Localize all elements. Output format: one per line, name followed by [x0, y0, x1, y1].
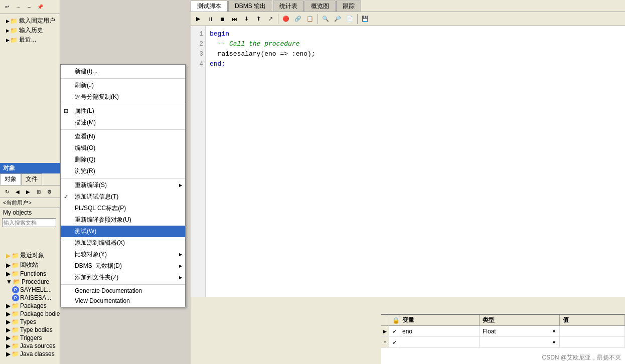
tree-item-recent-obj[interactable]: ▶ 📁 最近对象 — [0, 251, 60, 260]
menu-plsql-cc[interactable]: PL/SQL CC标志(P) — [61, 203, 185, 214]
expand-icon: ▶ — [6, 270, 11, 277]
save-btn[interactable]: 💾 — [360, 14, 371, 25]
comment-call: -- Call the procedure — [210, 40, 299, 48]
menu-recompile[interactable]: 重新编译(S) — [61, 179, 185, 191]
paste-btn[interactable]: 📄 — [344, 14, 355, 25]
tab-test-script[interactable]: 测试脚本 — [191, 1, 228, 12]
menu-test[interactable]: 测试(W) — [61, 226, 185, 237]
menu-recompile-ref[interactable]: 重新编译参照对象(U) — [61, 214, 185, 226]
tree-item-triggers[interactable]: ▶ 📁 Triggers — [0, 334, 60, 342]
tree-item-recent[interactable]: ▶ 📁 最近... — [0, 35, 60, 45]
row-check-2[interactable]: ✓ — [389, 337, 399, 347]
menu-dbms-meta[interactable]: DBMS_元数据(D) — [61, 260, 185, 272]
menu-add-debug[interactable]: ✓ 添加调试信息(T) — [61, 191, 185, 203]
search-btn[interactable]: 🔍 — [320, 14, 331, 25]
tree-item-sayhello[interactable]: P SAYHELL... — [0, 286, 60, 294]
watermark: CSDN @艾欧尼亚，昂扬不灭 — [542, 353, 621, 362]
tab-dbms-output[interactable]: DBMS 输出 — [228, 1, 272, 12]
tree-item-raisesalary[interactable]: P RAISESA... — [0, 294, 60, 302]
run-btn[interactable]: ▶ — [193, 14, 204, 25]
folder-icon10: 📁 — [12, 334, 19, 341]
search2-btn[interactable]: 🔎 — [332, 14, 343, 25]
breakpoints-btn[interactable]: 🔗 — [292, 14, 303, 25]
tree-item-packages[interactable]: ▶ 📁 Packages — [0, 302, 60, 310]
toolbar-minus-btn[interactable]: – — [24, 2, 34, 12]
stop-btn[interactable]: ⏹ — [217, 14, 228, 25]
menu-label: 编辑(O) — [75, 144, 95, 152]
copy-btn[interactable]: 📋 — [304, 14, 316, 25]
menu-refresh[interactable]: 刷新(J) — [61, 80, 185, 91]
tree-item-recycle[interactable]: ▶ 📁 回收站 — [0, 260, 60, 270]
search-input[interactable] — [2, 218, 56, 227]
row-var-2[interactable] — [399, 337, 480, 347]
menu-gen-doc[interactable]: Generate Documentation — [61, 286, 185, 296]
menu-sep2 — [61, 104, 185, 104]
tree-item-package-bodies[interactable]: ▶ 📁 Package bodies — [0, 310, 60, 318]
menu-describe[interactable]: 描述(M) — [61, 117, 185, 128]
refresh-btn[interactable]: ↻ — [2, 187, 12, 197]
menu-view-doc[interactable]: View Documentation — [61, 296, 185, 306]
tree-label: Java classes — [20, 350, 55, 357]
step-over-btn[interactable]: ⏭ — [229, 14, 240, 25]
toolbar-back-btn[interactable]: ↩ — [2, 2, 12, 12]
menu-label: View Documentation — [75, 297, 130, 304]
toolbar-pin-btn[interactable]: 📌 — [35, 2, 45, 12]
menu-browse[interactable]: 浏览(R) — [61, 165, 185, 177]
tree-label: 输入历史 — [19, 26, 43, 35]
context-menu: 新建(I)... 刷新(J) 逗号分隔复制(K) ⊞ 属性(L) 描述(M) 查… — [60, 64, 186, 307]
step-out2-btn[interactable]: ↗ — [265, 14, 276, 25]
menu-properties[interactable]: ⊞ 属性(L) — [61, 105, 185, 117]
tree-item-functions[interactable]: ▶ 📁 Functions — [0, 270, 60, 278]
menu-view[interactable]: 查看(N) — [61, 131, 185, 142]
tree-item-java-sources[interactable]: ▶ 📁 Java sources — [0, 342, 60, 350]
row-ctrl-1: ▶ — [381, 326, 389, 336]
tab-object[interactable]: 对象 — [0, 173, 21, 185]
row-type-2[interactable]: ▼ — [480, 337, 560, 347]
menu-add-folder[interactable]: 添加到文件夹(Z) — [61, 272, 185, 283]
tree-label: Types — [20, 318, 36, 325]
folder-icon: 📁 — [10, 27, 18, 34]
menu-new[interactable]: 新建(I)... — [61, 66, 185, 77]
tree-item-history[interactable]: ▶ 📁 输入历史 — [0, 26, 60, 35]
expand-icon: ▶ — [6, 318, 11, 325]
toolbar-forward-btn[interactable]: → — [13, 2, 23, 12]
tree-item-types[interactable]: ▶ 📁 Types — [0, 318, 60, 326]
tab-file[interactable]: 文件 — [21, 173, 42, 185]
menu-label: 重新编译(S) — [75, 181, 107, 190]
menu-label: 比较对象(Y) — [75, 250, 107, 259]
tab-stats[interactable]: 统计表 — [273, 1, 304, 12]
menu-compare[interactable]: 比较对象(Y) — [61, 249, 185, 260]
row-value-1[interactable] — [560, 326, 625, 336]
breakpoint-btn[interactable]: 🔴 — [280, 14, 291, 25]
menu-delete[interactable]: 删除(Q) — [61, 154, 185, 165]
step-out-btn[interactable]: ⬆ — [253, 14, 264, 25]
home-btn[interactable]: ⊞ — [34, 187, 44, 197]
tab-overview[interactable]: 概览图 — [304, 1, 336, 12]
folder-icon6: 📁 — [12, 302, 19, 309]
kw-end: end; — [210, 60, 225, 68]
menu-edit[interactable]: 编辑(O) — [61, 142, 185, 154]
row-var-1[interactable]: eno — [399, 326, 480, 336]
row-check-1[interactable]: ✓ — [389, 326, 399, 336]
row-value-2[interactable] — [560, 337, 625, 347]
pause-btn[interactable]: ⏸ — [205, 14, 216, 25]
tree-item-procedure[interactable]: ▼ 📂 Procedure — [0, 278, 60, 286]
menu-sep3 — [61, 129, 185, 130]
dropdown-arrow[interactable]: ▼ — [552, 329, 556, 334]
prev-btn[interactable]: ◀ — [13, 187, 23, 197]
tree-item-type-bodies[interactable]: ▶ 📁 Type bodies — [0, 326, 60, 334]
step-into-btn[interactable]: ⬇ — [241, 14, 252, 25]
col-value: 值 — [560, 315, 625, 325]
next-btn[interactable]: ▶ — [23, 187, 33, 197]
tree-item-java-classes[interactable]: ▶ 📁 Java classes — [0, 350, 60, 358]
dropdown-arrow2[interactable]: ▼ — [552, 340, 556, 345]
menu-copy-comma[interactable]: 逗号分隔复制(K) — [61, 91, 185, 103]
tree-item-load-user[interactable]: ▶ 📁 载入固定用户 — [0, 16, 60, 26]
code-content[interactable]: begin -- Call the procedure raisesalary(… — [206, 26, 625, 297]
tree-label: Functions — [20, 270, 46, 277]
row-type-1[interactable]: Float ▼ — [480, 326, 560, 336]
settings-btn[interactable]: ⚙ — [44, 187, 54, 197]
menu-add-source[interactable]: 添加源到编辑器(X) — [61, 237, 185, 249]
tab-trace[interactable]: 跟踪 — [336, 1, 361, 12]
toolbar-sep3 — [357, 14, 358, 24]
